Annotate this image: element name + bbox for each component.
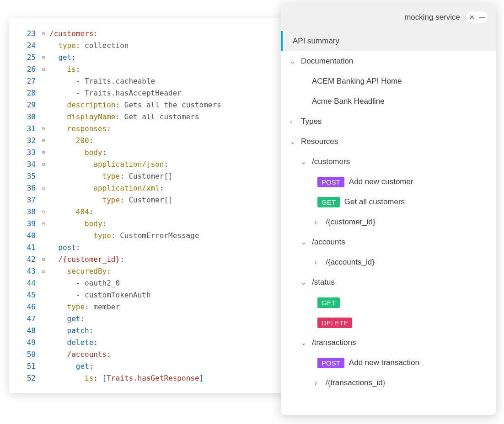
- code-content[interactable]: description: Gets all the customers: [48, 101, 221, 109]
- fold-collapse-icon[interactable]: ⊟: [39, 268, 48, 274]
- fold-collapse-icon[interactable]: ⊟: [39, 138, 48, 143]
- code-line[interactable]: 30 displayName: Get all customers: [9, 111, 284, 122]
- outline-item[interactable]: ⌄Documentation: [281, 51, 496, 71]
- code-content[interactable]: get:: [48, 314, 85, 323]
- outline-method-item[interactable]: POSTAdd new customer: [281, 172, 496, 192]
- outline-item[interactable]: ⌄/status: [281, 272, 496, 292]
- code-line[interactable]: 43⊟ securedBy:: [9, 265, 284, 277]
- code-line[interactable]: 33⊟ body:: [9, 146, 284, 158]
- code-line[interactable]: 42⊟ /{customer_id}:: [9, 253, 284, 265]
- fold-collapse-icon[interactable]: ⊟: [39, 209, 48, 215]
- code-content[interactable]: /accounts:: [48, 350, 111, 359]
- code-line[interactable]: 41 post:: [9, 241, 284, 253]
- mocking-service-toggle[interactable]: ✕: [466, 11, 488, 23]
- chevron-down-icon[interactable]: ⌄: [290, 138, 298, 145]
- code-content[interactable]: application/xml:: [48, 184, 164, 192]
- outline-item-selected[interactable]: API summary: [281, 31, 496, 51]
- code-content[interactable]: securedBy:: [48, 267, 111, 276]
- code-content[interactable]: type: Customer[]: [48, 196, 173, 204]
- code-content[interactable]: get:: [48, 362, 93, 371]
- code-content[interactable]: is:: [48, 65, 80, 74]
- code-content[interactable]: 200:: [48, 136, 93, 145]
- code-line[interactable]: 45 - customTokenAuth: [9, 289, 284, 301]
- code-content[interactable]: - Traits.hasAcceptHeader: [48, 89, 182, 97]
- code-content[interactable]: type: Customer[]: [48, 172, 173, 180]
- chevron-right-icon[interactable]: ›: [315, 259, 323, 266]
- code-line[interactable]: 49 delete:: [9, 336, 284, 348]
- code-line[interactable]: 27 - Traits.cacheable: [9, 75, 284, 87]
- code-line[interactable]: 50 /accounts:: [9, 348, 284, 360]
- outline-item[interactable]: ›/{transactions_id}: [281, 373, 496, 393]
- code-content[interactable]: responses:: [48, 124, 111, 133]
- code-content[interactable]: application/json:: [48, 160, 168, 169]
- fold-collapse-icon[interactable]: ⊟: [39, 256, 48, 262]
- code-content[interactable]: /{customer_id}:: [48, 255, 124, 264]
- outline-item[interactable]: ⌄/accounts: [281, 232, 496, 252]
- code-line[interactable]: 51 get:: [9, 360, 284, 372]
- code-content[interactable]: get:: [48, 53, 76, 62]
- code-line[interactable]: 36⊟ application/xml:: [9, 182, 284, 194]
- chevron-down-icon[interactable]: ⌄: [301, 279, 309, 286]
- code-content[interactable]: body:: [48, 148, 107, 157]
- code-line[interactable]: 38⊟ 404:: [9, 206, 284, 217]
- chevron-down-icon[interactable]: ⌄: [301, 339, 309, 346]
- code-line[interactable]: 44 - oauth2_0: [9, 277, 284, 289]
- outline-item[interactable]: ⌄Resources: [281, 132, 496, 152]
- outline-item[interactable]: ›Types: [281, 111, 496, 132]
- fold-collapse-icon[interactable]: ⊟: [39, 161, 48, 167]
- code-line[interactable]: 32⊟ 200:: [9, 134, 284, 146]
- code-content[interactable]: /customers:: [48, 29, 98, 38]
- fold-collapse-icon[interactable]: ⊟: [39, 126, 48, 132]
- outline-item[interactable]: ›/{accounts_id}: [281, 252, 496, 272]
- code-content[interactable]: post:: [48, 243, 80, 252]
- code-content[interactable]: - oauth2_0: [48, 279, 120, 287]
- fold-collapse-icon[interactable]: ⊟: [39, 149, 48, 155]
- fold-collapse-icon[interactable]: ⊟: [39, 66, 48, 72]
- code-line[interactable]: 25⊟ get:: [9, 51, 284, 63]
- code-line[interactable]: 39⊟ body:: [9, 217, 284, 229]
- outline-method-item[interactable]: GETGet all customers: [281, 192, 496, 212]
- fold-collapse-icon[interactable]: ⊟: [39, 221, 48, 227]
- code-content[interactable]: patch:: [48, 326, 93, 335]
- chevron-down-icon[interactable]: ⌄: [301, 238, 309, 246]
- code-line[interactable]: 35 type: Customer[]: [9, 170, 284, 182]
- code-line[interactable]: 52 is: [Traits.hasGetResponse]: [9, 372, 284, 384]
- code-line[interactable]: 26⊟ is:: [9, 63, 284, 75]
- outline-item[interactable]: Acme Bank Headline: [281, 91, 496, 111]
- code-line[interactable]: 40 type: CustomErrorMessage: [9, 229, 284, 241]
- chevron-down-icon[interactable]: ⌄: [301, 158, 309, 165]
- outline-item[interactable]: ACEM Banking API Home: [281, 71, 496, 91]
- outline-method-item[interactable]: POSTAdd new transaction: [281, 353, 496, 373]
- code-content[interactable]: body:: [48, 219, 107, 228]
- chevron-right-icon[interactable]: ›: [290, 118, 298, 125]
- code-line[interactable]: 23⊟/customers:: [9, 27, 284, 39]
- code-line[interactable]: 24 type: collection: [9, 39, 284, 51]
- code-content[interactable]: - customTokenAuth: [48, 291, 151, 299]
- code-line[interactable]: 47 get:: [9, 313, 284, 324]
- code-content[interactable]: type: collection: [48, 41, 129, 50]
- code-line[interactable]: 31⊟ responses:: [9, 122, 284, 134]
- code-line[interactable]: 34⊟ application/json:: [9, 158, 284, 170]
- outline-method-item[interactable]: DELETE: [281, 313, 496, 333]
- fold-collapse-icon[interactable]: ⊟: [39, 31, 48, 37]
- fold-collapse-icon[interactable]: ⊟: [39, 54, 48, 60]
- code-line[interactable]: 28 - Traits.hasAcceptHeader: [9, 87, 284, 99]
- chevron-right-icon[interactable]: ›: [315, 379, 323, 387]
- fold-collapse-icon[interactable]: ⊟: [39, 185, 48, 191]
- code-line[interactable]: 29 description: Gets all the customers: [9, 99, 284, 111]
- code-line[interactable]: 37 type: Customer[]: [9, 194, 284, 206]
- code-content[interactable]: 404:: [48, 207, 93, 216]
- outline-item[interactable]: ⌄/transactions: [281, 333, 496, 353]
- code-content[interactable]: displayName: Get all customers: [48, 112, 199, 121]
- code-content[interactable]: type: CustomErrorMessage: [48, 231, 199, 240]
- code-content[interactable]: type: member: [48, 302, 120, 311]
- code-content[interactable]: delete:: [48, 338, 98, 347]
- chevron-down-icon[interactable]: ⌄: [290, 58, 298, 65]
- outline-item[interactable]: ⌄/customers: [281, 152, 496, 172]
- outline-method-item[interactable]: GET: [281, 292, 496, 313]
- code-content[interactable]: is: [Traits.hasGetResponse]: [48, 374, 204, 382]
- code-line[interactable]: 46 type: member: [9, 301, 284, 313]
- chevron-right-icon[interactable]: ›: [315, 218, 323, 226]
- outline-item[interactable]: ›/{customer_id}: [281, 212, 496, 232]
- code-content[interactable]: - Traits.cacheable: [48, 77, 155, 85]
